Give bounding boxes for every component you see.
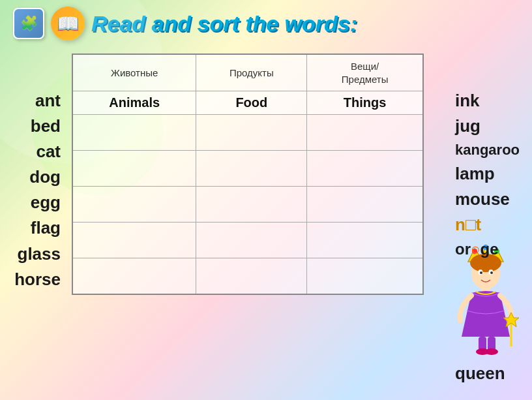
- cell-things-1: [307, 115, 423, 151]
- word-ink: ink: [455, 89, 480, 112]
- table-row: [72, 187, 423, 223]
- table-row: [72, 151, 423, 187]
- header: 🧩 📖 Read and sort the words:: [0, 0, 532, 47]
- puzzle-icon: 🧩: [13, 8, 44, 39]
- word-kangaroo: kangaroo: [455, 140, 520, 160]
- svg-point-8: [480, 271, 482, 274]
- table-row: [72, 258, 423, 294]
- word-horse: horse: [14, 268, 61, 291]
- cell-things-4: [307, 223, 423, 258]
- word-list-right: ink jug kangaroo lamp mouse n□t: [447, 54, 532, 385]
- col-things-english: Things: [307, 91, 423, 115]
- word-lamp: lamp: [455, 162, 495, 185]
- svg-point-16: [485, 348, 498, 355]
- cell-animals-4: [72, 223, 196, 258]
- page-title: Read and sort the words:: [91, 11, 357, 37]
- table-header-english: Animals Food Things: [72, 91, 423, 115]
- cell-food-2: [196, 151, 307, 187]
- word-queen: queen: [455, 362, 505, 385]
- col-animals-english: Animals: [72, 91, 196, 115]
- cell-things-5: [307, 258, 423, 294]
- col-things-russian: Вещи/Предметы: [307, 54, 423, 91]
- cell-animals-1: [72, 115, 196, 151]
- cell-animals-2: [72, 151, 196, 187]
- word-orange: or○ge: [455, 240, 499, 258]
- cell-food-5: [196, 258, 307, 294]
- main-content: ant bed cat dog egg flag glass horse Жив…: [0, 47, 532, 392]
- sorting-table: Животные Продукты Вещи/Предметы Animals …: [72, 54, 424, 295]
- cell-animals-3: [72, 187, 196, 223]
- table-header-russian: Животные Продукты Вещи/Предметы: [72, 54, 423, 91]
- word-nut: n□t: [455, 213, 481, 236]
- cell-things-3: [307, 187, 423, 223]
- col-food-english: Food: [196, 91, 307, 115]
- word-flag: flag: [31, 217, 61, 239]
- sorting-table-container: Животные Продукты Вещи/Предметы Animals …: [68, 54, 447, 295]
- cell-food-1: [196, 115, 307, 151]
- col-food-russian: Продукты: [196, 54, 307, 91]
- word-dog: dog: [29, 166, 61, 189]
- table-row: [72, 223, 423, 258]
- word-egg: egg: [31, 191, 61, 214]
- cell-things-2: [307, 151, 423, 187]
- word-jug: jug: [455, 115, 480, 138]
- word-list-left: ant bed cat dog egg flag glass horse: [0, 54, 68, 291]
- col-animals-russian: Животные: [72, 54, 196, 91]
- svg-point-9: [490, 271, 493, 274]
- word-mouse: mouse: [455, 188, 510, 211]
- cell-animals-5: [72, 258, 196, 294]
- queen-character: [449, 242, 524, 356]
- word-cat: cat: [36, 140, 61, 163]
- cell-food-4: [196, 223, 307, 258]
- word-ant: ant: [35, 89, 61, 112]
- book-icon: 📖: [51, 7, 85, 40]
- word-bed: bed: [31, 115, 61, 138]
- cell-food-3: [196, 187, 307, 223]
- word-glass: glass: [18, 243, 61, 266]
- table-row: [72, 115, 423, 151]
